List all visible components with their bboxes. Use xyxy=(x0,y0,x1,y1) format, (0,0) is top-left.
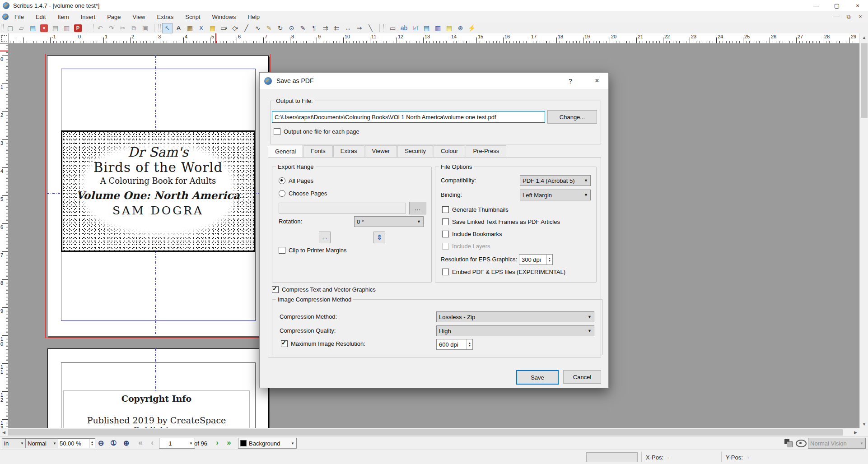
vertical-ruler[interactable]: 012345678910111213 xyxy=(0,43,9,428)
layer-select[interactable]: Background▼ xyxy=(238,438,297,449)
checkbox-icon[interactable] xyxy=(442,206,449,213)
preflight-verifier-icon[interactable]: ▥ xyxy=(61,23,72,33)
page-range-more-button[interactable]: ... xyxy=(409,202,426,214)
menu-insert[interactable]: Insert xyxy=(75,12,102,22)
menu-extras[interactable]: Extras xyxy=(151,12,180,22)
one-file-per-page-checkbox[interactable]: Output one file for each page xyxy=(274,128,359,135)
minimize-button[interactable]: — xyxy=(806,0,826,11)
insert-shape-icon[interactable]: ▭▾ xyxy=(219,23,229,33)
page-range-input[interactable] xyxy=(279,203,406,213)
ruler-origin-corner[interactable] xyxy=(0,33,9,44)
binding-select[interactable]: Left Margin ▼ xyxy=(520,190,591,200)
close-button[interactable]: × xyxy=(847,0,868,11)
save-button[interactable]: Save xyxy=(516,370,559,385)
file-option-checkbox[interactable]: Save Linked Text Frames as PDF Articles xyxy=(442,216,591,228)
edit-contents-icon[interactable]: ✎ xyxy=(298,23,308,33)
insert-line-icon[interactable]: ╱ xyxy=(241,23,252,33)
pdf-check-box-icon[interactable]: ☑ xyxy=(410,23,420,33)
redo-icon[interactable]: ↷ xyxy=(106,23,117,33)
unit-select[interactable]: in▼ xyxy=(2,438,26,448)
horizontal-ruler[interactable]: -101234567891011121314151617181920212223… xyxy=(0,33,859,44)
mdi-restore-button[interactable]: ⧉ xyxy=(843,14,854,20)
insert-polygon-icon[interactable]: ◇▾ xyxy=(230,23,240,33)
story-editor-icon[interactable]: ¶ xyxy=(309,23,319,33)
insert-image-frame-icon[interactable]: ▦ xyxy=(185,23,195,33)
toolbar-grip[interactable] xyxy=(1,24,4,32)
insert-bezier-icon[interactable]: ∿ xyxy=(252,23,263,33)
tab-security[interactable]: Security xyxy=(397,145,433,157)
tab-viewer[interactable]: Viewer xyxy=(365,145,397,157)
checkbox-icon[interactable] xyxy=(274,128,280,135)
unlink-text-frames-icon[interactable]: ⇇ xyxy=(331,23,342,33)
toolbar-grip[interactable] xyxy=(158,24,161,32)
mdi-close-button[interactable]: × xyxy=(854,14,866,20)
choose-pages-radio[interactable]: Choose Pages xyxy=(279,190,327,197)
max-image-resolution-checkbox[interactable]: Maximum Image Resolution: xyxy=(281,340,365,347)
spinner-arrows-icon[interactable]: ▲▼ xyxy=(89,439,95,448)
file-option-checkbox[interactable]: Include Layers xyxy=(442,240,591,252)
cut-icon[interactable]: ✂ xyxy=(117,23,128,33)
toolbar-grip[interactable] xyxy=(383,24,386,32)
spinner-arrows-icon[interactable]: ▲▼ xyxy=(467,339,472,349)
vertical-scrollbar[interactable]: ▲ ▼ xyxy=(859,33,868,428)
vision-mode-select[interactable]: Normal Vision▼ xyxy=(808,438,866,449)
scroll-down-icon[interactable]: ▼ xyxy=(860,420,868,428)
pdf-combo-box-icon[interactable]: ▤ xyxy=(421,23,432,33)
scripter-icon[interactable]: ⚡ xyxy=(467,23,477,33)
eye-dropper-icon[interactable]: ╲ xyxy=(365,23,376,33)
eps-resolution-spinner[interactable]: 300 dpi ▲▼ xyxy=(519,254,553,265)
checkbox-icon[interactable] xyxy=(442,269,449,275)
compress-text-checkbox[interactable]: Compress Text and Vector Graphics xyxy=(272,286,376,293)
radio-icon[interactable] xyxy=(279,190,285,197)
radio-icon[interactable] xyxy=(279,177,285,184)
vertical-scrollbar-thumb[interactable] xyxy=(861,43,868,118)
menu-edit[interactable]: Edit xyxy=(30,12,51,22)
dialog-close-button[interactable]: × xyxy=(586,73,608,89)
pdf-list-box-icon[interactable]: ▥ xyxy=(433,23,443,33)
color-management-icon[interactable] xyxy=(784,439,793,446)
cancel-button[interactable]: Cancel xyxy=(563,370,601,384)
output-path-input[interactable]: C:\Users\rapst\Documents\Colouring Books… xyxy=(272,111,545,123)
tab-general[interactable]: General xyxy=(268,145,303,158)
checkbox-checked-icon[interactable] xyxy=(272,286,279,293)
pdf-link-annotation-icon[interactable]: ⊛ xyxy=(455,23,466,33)
scroll-right-icon[interactable]: ▶ xyxy=(852,428,859,436)
next-page-button[interactable]: › xyxy=(212,437,222,448)
pdf-text-annotation-icon[interactable]: ▤ xyxy=(444,23,454,33)
tab-fonts[interactable]: Fonts xyxy=(303,145,333,157)
insert-table-icon[interactable]: ▦ xyxy=(207,23,218,33)
open-document-icon[interactable]: ▱ xyxy=(16,23,27,33)
mdi-minimize-button[interactable]: — xyxy=(831,14,843,20)
dialog-help-button[interactable]: ? xyxy=(560,73,580,89)
horizontal-scrollbar-thumb[interactable] xyxy=(8,429,843,436)
spinner-arrows-icon[interactable]: ▲▼ xyxy=(546,255,552,264)
dialog-title-bar[interactable]: Save as PDF xyxy=(260,73,608,89)
mirror-vertical-button[interactable]: ⇕ xyxy=(373,232,385,243)
current-page-select[interactable]: 1▼ xyxy=(159,438,195,449)
zoom-out-button[interactable]: ⊖ xyxy=(96,438,106,448)
last-page-button[interactable]: » xyxy=(224,437,234,448)
checkbox-icon[interactable] xyxy=(442,231,449,237)
insert-render-frame-icon[interactable]: X xyxy=(196,23,206,33)
zoom-100-button[interactable]: ① xyxy=(108,438,119,448)
mirror-horizontal-button[interactable]: ⇔ xyxy=(319,232,331,243)
file-option-checkbox[interactable]: Generate Thumbnails xyxy=(442,204,591,216)
tab-extras[interactable]: Extras xyxy=(333,145,364,157)
all-pages-radio[interactable]: All Pages xyxy=(279,177,313,184)
pdf-text-field-icon[interactable]: ab xyxy=(399,23,409,33)
menu-script[interactable]: Script xyxy=(179,12,206,22)
rotation-select[interactable]: 0 ° ▼ xyxy=(354,216,424,227)
select-item-icon[interactable]: ↖ xyxy=(162,23,173,33)
cover-image-frame[interactable]: Dr Sam's Birds of the World A Colouring … xyxy=(61,130,255,252)
toolbar-grip[interactable] xyxy=(91,24,93,32)
compatibility-select[interactable]: PDF 1.4 (Acrobat 5) ▼ xyxy=(520,175,591,186)
copyright-text-frame[interactable]: Copyright Info Published 2019 by CreateS… xyxy=(63,390,250,428)
link-text-frames-icon[interactable]: ⇉ xyxy=(320,23,331,33)
copy-icon[interactable]: ⧉ xyxy=(129,23,139,33)
menu-help[interactable]: Help xyxy=(242,12,266,22)
zoom-in-button[interactable]: ⊕ xyxy=(121,438,131,448)
first-page-button[interactable]: « xyxy=(135,437,145,448)
undo-icon[interactable]: ↶ xyxy=(95,23,105,33)
measurements-icon[interactable]: ↔ xyxy=(343,23,353,33)
zoom-level-spinner[interactable]: 50.00 % ▲▼ xyxy=(57,438,95,448)
